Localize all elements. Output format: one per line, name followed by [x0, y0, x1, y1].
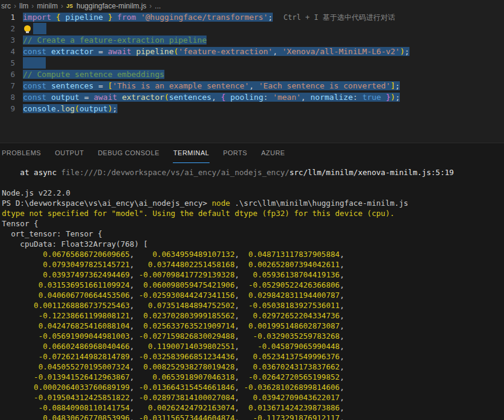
code-token: = — [93, 47, 107, 56]
code-line-content: import { pipeline } from '@huggingface/t… — [23, 11, 504, 23]
breadcrumb-item-src[interactable]: src — [1, 2, 11, 10]
tensor-value: 0.06765686720609665 — [43, 250, 129, 259]
breadcrumb-file[interactable]: huggingface-minilm.js — [76, 2, 146, 10]
tensor-value: -0.045879065990448 — [258, 342, 340, 351]
tensor-value-row: 0.06765686720609665, 0.0634959489107132,… — [2, 249, 504, 259]
code-token: . — [56, 104, 61, 113]
tensor-value: 0.008252938278019428 — [143, 362, 235, 371]
code-token: } — [386, 93, 391, 102]
code-line-5[interactable]: 5 — [0, 57, 504, 69]
code-token: : — [353, 93, 362, 102]
terminal-text: cpuData: Float32Array(768) [ — [2, 239, 148, 249]
tab-output[interactable]: OUTPUT — [54, 143, 84, 163]
tensor-value-row: 0.04830626770853996, -0.0311565734446048… — [2, 413, 504, 420]
tensor-value-row: -0.07262144982814789, -0.032583966851234… — [2, 351, 504, 362]
tensor-value-row: -0.019504312425851822, -0.02897381410002… — [2, 392, 504, 403]
code-token: ) — [108, 104, 113, 113]
code-token: , — [249, 81, 259, 90]
tensor-value: 0.048713117837905884 — [249, 250, 340, 259]
code-line-8[interactable]: 8const output = await extractor(sentence… — [0, 91, 504, 103]
tensor-value-row: 0.040606770664453506, -0.025930844247341… — [2, 290, 504, 300]
line-number: 2 — [0, 23, 23, 34]
terminal-text: dtype not specified for "model". Using t… — [2, 209, 394, 218]
tensor-value: 0.040606770664453506 — [39, 291, 130, 300]
tensor-value: 0.03942709043622017 — [253, 393, 340, 402]
code-line-content — [23, 57, 504, 69]
tensor-value: 0.025633763521909714 — [143, 321, 235, 330]
tensor-value: 0.05234137549996376 — [253, 352, 340, 361]
tensor-value: 0.03670243173837662 — [253, 362, 340, 371]
tensor-value-row: -0.08840908110141754, 0.0026242479216307… — [2, 403, 504, 413]
terminal-text: at async — [2, 168, 61, 177]
chevron-right-icon: › — [14, 2, 16, 10]
code-line-6[interactable]: 6// Compute sentence embeddings — [0, 69, 504, 80]
code-editor[interactable]: 1import { pipeline } from '@huggingface/… — [0, 11, 504, 114]
breadcrumb-item-llm[interactable]: llm — [19, 2, 28, 10]
code-token: import — [23, 13, 51, 22]
breadcrumb-item-minilm[interactable]: minilm — [37, 2, 58, 10]
breadcrumb-symbol-tail[interactable]: ... — [155, 2, 161, 10]
line-number: 7 — [0, 80, 23, 91]
tensor-value: -0.031156573444604874 — [139, 413, 235, 420]
tensor-value: -0.019504312425851822 — [34, 393, 129, 402]
tensor-value-row: 0.031536951661109924, 0.0600980594754219… — [2, 280, 504, 290]
terminal-output[interactable]: at async file:///D:/devworkspace/vs/ai_e… — [0, 163, 504, 420]
code-token: { — [221, 93, 226, 102]
code-line-2[interactable]: 2 — [0, 23, 504, 34]
code-token: sentences — [169, 93, 211, 102]
terminal-text: .\src\llm\minilm\huggingface-minilm.js — [230, 199, 408, 208]
code-line-content — [23, 23, 504, 34]
terminal-line: ort_tensor: Tensor { — [2, 229, 504, 239]
code-line-4[interactable]: 4const extractor = await pipeline('featu… — [0, 46, 504, 57]
terminal-text: node — [212, 199, 230, 208]
code-token: console — [23, 104, 56, 113]
tensor-value: -0.02642720565199852 — [249, 372, 340, 381]
code-token: pooling — [230, 93, 263, 102]
tensor-value: -0.0329035259783268 — [253, 332, 340, 341]
tensor-value: 0.07351484894752502 — [148, 301, 235, 310]
tab-debug-console[interactable]: DEBUG CONSOLE — [97, 143, 160, 163]
tensor-value: -0.036281026899814606 — [244, 383, 340, 392]
line-number: 4 — [0, 46, 23, 57]
terminal-text: ort_tensor: Tensor { — [2, 229, 102, 238]
tensor-value-row: 0.045055270195007324, 0.0082529382780194… — [2, 362, 504, 372]
terminal-text: Tensor { — [2, 219, 39, 228]
code-token: : — [263, 93, 273, 102]
code-token: } — [108, 13, 113, 22]
code-line-9[interactable]: 9console.log(output); — [0, 103, 504, 114]
line-number: 9 — [0, 103, 23, 114]
tensor-value-row: 0.042476825416088104, 0.0256337635219097… — [2, 321, 504, 331]
tab-ports[interactable]: PORTS — [222, 143, 247, 163]
code-line-7[interactable]: 7const sentences = ['This is an example … — [0, 80, 504, 91]
chevron-right-icon: › — [31, 2, 34, 10]
code-token: extractor — [51, 47, 93, 56]
terminal-text: Node.js v22.2.0 — [2, 188, 70, 197]
tensor-value-row: 0.0011268886737525463, 0.073514848947525… — [2, 300, 504, 310]
tab-terminal[interactable]: TERMINAL — [173, 143, 210, 163]
code-token: output — [51, 93, 79, 102]
code-token — [46, 93, 51, 102]
tensor-value: 0.0011268886737525463 — [34, 301, 129, 310]
tensor-value: -0.032583966851234436 — [139, 352, 235, 361]
tab-azure[interactable]: AZURE — [261, 143, 286, 163]
tensor-value: -0.12238661199808121 — [39, 311, 130, 320]
terminal-line: Tensor { — [2, 218, 504, 229]
code-token: = — [79, 93, 93, 102]
code-token: const — [23, 93, 46, 102]
tensor-value: 0.0634959489107132 — [152, 250, 234, 259]
code-token: // Create a feature-extraction pipeline — [23, 36, 207, 45]
line-number: 8 — [0, 91, 23, 103]
tensor-value-row: 0.07930497825145721, 0.03744802251458168… — [2, 259, 504, 270]
code-line-1[interactable]: 1import { pipeline } from '@huggingface/… — [0, 11, 504, 23]
lightbulb-icon[interactable] — [24, 25, 31, 32]
tensor-value: 0.002652807394042611 — [248, 260, 340, 269]
tensor-value: 0.00262424792163074 — [148, 403, 235, 412]
tab-problems[interactable]: PROBLEMS — [1, 143, 42, 163]
tensor-value: 0.013671424239873886 — [249, 403, 340, 412]
code-line-3[interactable]: 3// Create a feature-extraction pipeline — [0, 34, 504, 46]
code-token: , — [301, 93, 311, 102]
js-file-icon: JS — [66, 3, 73, 9]
line-number: 1 — [0, 11, 23, 23]
code-token — [103, 13, 108, 22]
code-token: const — [23, 47, 46, 56]
